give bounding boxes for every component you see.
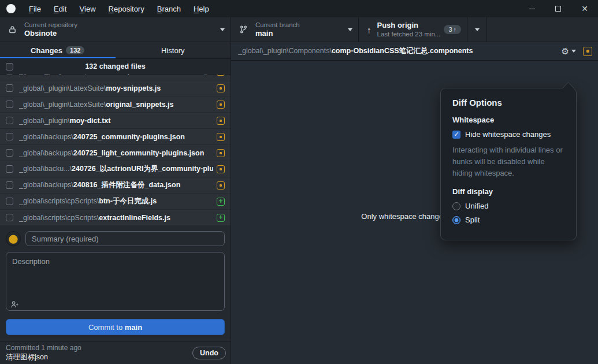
file-checkbox[interactable] bbox=[6, 75, 13, 75]
branch-label: Current branch bbox=[255, 21, 300, 29]
file-status-icon bbox=[217, 214, 225, 222]
commit-form: Commit to main bbox=[0, 225, 231, 341]
file-name: 240725_light_community-plugins.json bbox=[73, 149, 204, 157]
menu-item[interactable]: File bbox=[23, 0, 47, 17]
file-row[interactable]: _global\_plugin\Components\comp-Obsidian… bbox=[0, 75, 231, 80]
file-directory: _global\backu...\ bbox=[19, 165, 72, 173]
lock-icon bbox=[8, 25, 18, 34]
file-row[interactable]: _global\_plugin\moy-dict.txt bbox=[0, 113, 231, 129]
popover-title: Diff Options bbox=[452, 98, 564, 107]
arrow-up-icon: ↑ bbox=[367, 25, 372, 35]
radio-icon bbox=[452, 202, 460, 210]
select-all-checkbox[interactable] bbox=[6, 63, 13, 70]
diff-options-button[interactable]: ⚙ bbox=[562, 46, 576, 57]
file-checkbox[interactable] bbox=[6, 117, 13, 124]
maximize-icon bbox=[555, 6, 561, 12]
undo-bar: Committed 1 minute ago 清理图标json Undo bbox=[0, 341, 231, 364]
file-name: moy-dict.txt bbox=[70, 117, 111, 125]
changes-count-badge: 132 bbox=[66, 46, 84, 54]
menu-item[interactable]: Branch bbox=[151, 0, 187, 17]
current-repository-button[interactable]: Current repository Obsinote bbox=[0, 17, 231, 42]
diff-body: Only whitespace changes found Diff Optio… bbox=[231, 61, 598, 364]
file-status-icon bbox=[217, 165, 225, 173]
tab-history[interactable]: History bbox=[116, 42, 231, 58]
git-branch-icon bbox=[239, 25, 250, 34]
commit-description-input[interactable] bbox=[6, 252, 225, 311]
commit-summary-input[interactable] bbox=[25, 231, 225, 246]
file-row[interactable]: _global\backups\240725_community-plugins… bbox=[0, 129, 231, 145]
file-name: extractInlineFields.js bbox=[99, 214, 170, 222]
push-origin-button[interactable]: ↑ Push origin Last fetched 23 min... 3↑ bbox=[359, 17, 467, 42]
push-options-button[interactable] bbox=[467, 17, 487, 42]
file-status-icon bbox=[217, 133, 225, 141]
menu-item[interactable]: Edit bbox=[47, 0, 73, 17]
close-button[interactable]: ✕ bbox=[571, 0, 598, 17]
file-directory: _global\_plugin\ bbox=[19, 117, 70, 125]
tab-changes[interactable]: Changes 132 bbox=[0, 42, 116, 58]
repository-label: Current repository bbox=[24, 21, 77, 29]
repository-name: Obsinote bbox=[24, 29, 77, 38]
file-name: original_snippets.js bbox=[106, 101, 173, 109]
file-directory: _global\_plugin\LatexSuite\ bbox=[19, 84, 106, 92]
minimize-icon bbox=[529, 9, 535, 9]
chevron-down-icon bbox=[348, 28, 352, 31]
file-checkbox[interactable] bbox=[6, 101, 13, 108]
menu-bar: File Edit View Repository Branch Help bbox=[23, 0, 216, 17]
file-list: _global\_plugin\Components\comp-Obsidian… bbox=[0, 75, 231, 225]
last-commit-message: 清理图标json bbox=[6, 352, 192, 362]
menu-item[interactable]: Help bbox=[187, 0, 216, 17]
file-status-icon bbox=[217, 75, 225, 76]
push-subtitle: Last fetched 23 min... bbox=[377, 30, 441, 38]
file-row[interactable]: _global\backu...\240726_以actrionURI为界_co… bbox=[0, 161, 231, 177]
hide-whitespace-checkbox[interactable]: ✓ Hide whitespace changes bbox=[452, 130, 564, 139]
file-row[interactable]: _global\_plugin\LatexSuite\original_snip… bbox=[0, 96, 231, 113]
close-icon: ✕ bbox=[581, 4, 588, 13]
file-status-icon bbox=[217, 84, 225, 92]
diff-options-popover: Diff Options Whitespace ✓ Hide whitespac… bbox=[440, 88, 577, 240]
push-title: Push origin bbox=[377, 21, 441, 30]
diff-display-radio[interactable]: Split bbox=[452, 216, 564, 224]
file-name: btn-于今日完成.js bbox=[99, 197, 157, 205]
file-checkbox[interactable] bbox=[6, 181, 13, 189]
file-directory: _global\scripts\cpScripts\ bbox=[19, 197, 99, 205]
checkbox-checked-icon: ✓ bbox=[452, 131, 460, 139]
file-checkbox[interactable] bbox=[6, 149, 13, 157]
whitespace-note: Interacting with individual lines or hun… bbox=[452, 144, 564, 179]
menu-item[interactable]: Repository bbox=[102, 0, 151, 17]
diff-file-directory: _global\_plugin\Components\ bbox=[238, 47, 332, 55]
file-checkbox[interactable] bbox=[6, 84, 13, 92]
avatar bbox=[6, 231, 21, 246]
committed-status: Committed 1 minute ago bbox=[6, 344, 192, 353]
file-name: comp-ObsidianCSS笔记汇总.components bbox=[113, 75, 213, 75]
file-directory: _global\_plugin\Components\ bbox=[19, 75, 113, 75]
chevron-down-icon bbox=[571, 50, 576, 53]
menu-item[interactable]: View bbox=[73, 0, 102, 17]
file-name: moy-snippets.js bbox=[106, 84, 161, 92]
file-row[interactable]: _global\backups\240816_插件附注备份_data.json bbox=[0, 177, 231, 194]
undo-button[interactable]: Undo bbox=[192, 347, 226, 359]
commit-button[interactable]: Commit to main bbox=[6, 319, 225, 335]
file-checkbox[interactable] bbox=[6, 165, 13, 173]
file-name: 240725_community-plugins.json bbox=[73, 133, 185, 141]
gear-icon: ⚙ bbox=[562, 46, 569, 57]
diff-display-heading: Diff display bbox=[452, 187, 564, 196]
file-directory: _global\backups\ bbox=[19, 149, 73, 157]
file-checkbox[interactable] bbox=[6, 214, 13, 221]
add-coauthor-icon[interactable] bbox=[10, 300, 19, 309]
radio-icon bbox=[452, 216, 460, 224]
current-branch-button[interactable]: Current branch main bbox=[231, 17, 359, 42]
maximize-button[interactable] bbox=[545, 0, 571, 17]
file-row[interactable]: _global\scripts\cpScripts\extractInlineF… bbox=[0, 210, 231, 225]
file-checkbox[interactable] bbox=[6, 198, 13, 205]
file-row[interactable]: _global\_plugin\LatexSuite\moy-snippets.… bbox=[0, 80, 231, 96]
minimize-button[interactable] bbox=[518, 0, 545, 17]
whitespace-heading: Whitespace bbox=[452, 116, 564, 124]
file-name: 240726_以actrionURI为界_community-plugins.j… bbox=[72, 165, 213, 173]
file-row[interactable]: _global\scripts\cpScripts\btn-于今日完成.js bbox=[0, 194, 231, 210]
changes-sidebar: Changes 132 History 132 changed files _g… bbox=[0, 42, 231, 364]
diff-modified-icon bbox=[583, 47, 592, 56]
file-checkbox[interactable] bbox=[6, 133, 13, 140]
window-controls: ✕ bbox=[518, 0, 598, 17]
file-row[interactable]: _global\backups\240725_light_community-p… bbox=[0, 145, 231, 161]
diff-display-radio[interactable]: Unified bbox=[452, 202, 564, 210]
